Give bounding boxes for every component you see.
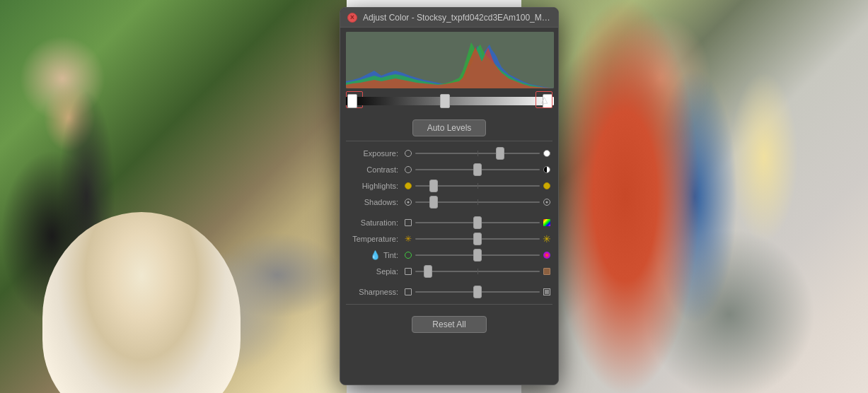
exposure-icon-right	[541, 148, 552, 159]
exposure-max-icon	[543, 150, 550, 157]
shadows-label: Shadows:	[346, 198, 403, 206]
levels-row: △ △	[340, 88, 558, 114]
sepia-label: Sepia:	[346, 267, 403, 276]
saturation-track[interactable]	[415, 222, 540, 223]
tint-label: 💧 Tint:	[346, 250, 403, 260]
exposure-thumb[interactable]	[496, 147, 504, 160]
close-button[interactable]	[347, 13, 357, 23]
contrast-icon-left	[403, 164, 414, 175]
saturation-icon-right	[541, 217, 552, 228]
shadows-thumb[interactable]	[429, 196, 438, 209]
sepia-thumb[interactable]	[424, 265, 432, 278]
temperature-thumb[interactable]	[473, 233, 482, 245]
sharpness-track-container[interactable]	[415, 287, 540, 297]
highlights-max-icon	[543, 182, 550, 189]
saturation-max-icon	[543, 219, 550, 226]
reset-all-button[interactable]: Reset All	[412, 316, 486, 333]
sharpness-icon-left	[403, 286, 414, 298]
shadows-track[interactable]	[415, 201, 540, 203]
tint-track[interactable]	[415, 254, 540, 256]
title-bar: Adjust Color - Stocksy_txpfd042cd3EAm100…	[340, 8, 558, 28]
temperature-icon-right: ✳	[541, 233, 552, 245]
level-highlight-icon: △	[541, 95, 548, 105]
highlights-icon-right	[541, 180, 552, 192]
shadows-max-icon	[543, 199, 550, 206]
sharpness-max-icon	[543, 288, 550, 295]
background-photo-left	[0, 0, 347, 393]
temperature-row: Temperature: ✳ ✳	[346, 231, 552, 247]
background-photo-right	[521, 0, 868, 393]
sliders-section: Exposure: Contrast:	[340, 146, 558, 300]
sepia-track[interactable]	[415, 271, 540, 272]
sharpness-min-icon	[405, 288, 412, 295]
saturation-min-icon	[405, 219, 412, 226]
level-box-right[interactable]: △	[536, 91, 552, 108]
temperature-icon-left: ✳	[403, 233, 414, 245]
reset-row: Reset All	[340, 309, 558, 339]
temperature-track-container[interactable]	[415, 234, 540, 244]
tint-thumb[interactable]	[473, 249, 482, 262]
tint-max-icon	[543, 252, 550, 259]
contrast-thumb[interactable]	[473, 163, 482, 176]
highlights-icon-left	[403, 180, 414, 192]
contrast-icon-right	[541, 164, 552, 175]
shadows-icon-left	[403, 196, 414, 208]
tint-row: 💧 Tint:	[346, 247, 552, 263]
contrast-row: Contrast:	[346, 162, 552, 177]
sepia-min-icon	[405, 268, 412, 275]
saturation-thumb[interactable]	[473, 216, 482, 229]
exposure-row: Exposure:	[346, 146, 552, 161]
tint-track-container[interactable]	[415, 250, 540, 260]
highlights-thumb[interactable]	[429, 180, 438, 192]
saturation-track-container[interactable]	[415, 218, 540, 228]
adjust-color-dialog: Adjust Color - Stocksy_txpfd042cd3EAm100…	[340, 7, 559, 385]
sepia-max-icon	[543, 268, 550, 275]
temperature-max-icon: ✳	[543, 233, 551, 245]
separator-2	[346, 304, 552, 305]
separator-1	[346, 141, 552, 141]
sharpness-track[interactable]	[415, 291, 540, 293]
contrast-max-icon	[543, 166, 550, 173]
exposure-min-icon	[405, 150, 412, 157]
exposure-track-container[interactable]	[415, 148, 540, 158]
saturation-icon-left	[403, 217, 414, 228]
level-handle-mid[interactable]	[440, 94, 450, 108]
saturation-label: Saturation:	[346, 218, 403, 227]
contrast-label: Contrast:	[346, 165, 403, 174]
highlights-track-container[interactable]	[415, 181, 540, 191]
tint-icon-right	[541, 250, 552, 261]
dialog-title: Adjust Color - Stocksy_txpfd042cd3EAm100…	[363, 13, 551, 23]
highlights-label: Highlights:	[346, 182, 403, 190]
sepia-icon-left	[403, 266, 414, 277]
contrast-min-icon	[405, 166, 412, 173]
exposure-track[interactable]	[415, 153, 540, 154]
sharpness-label: Sharpness:	[346, 288, 403, 296]
highlights-track[interactable]	[415, 185, 540, 187]
saturation-row: Saturation:	[346, 215, 552, 230]
temperature-min-icon: ✳	[405, 234, 412, 244]
shadows-icon-right	[541, 196, 552, 208]
highlights-min-icon	[405, 182, 412, 189]
auto-levels-button[interactable]: Auto Levels	[412, 119, 487, 136]
shadows-track-container[interactable]	[415, 197, 540, 207]
level-handle-shadow[interactable]	[347, 94, 357, 108]
sharpness-thumb[interactable]	[473, 286, 482, 298]
histogram-canvas	[346, 32, 554, 88]
highlights-row: Highlights:	[346, 178, 552, 194]
eyedropper-icon[interactable]: 💧	[370, 250, 381, 260]
level-track[interactable]	[346, 97, 554, 105]
contrast-track-container[interactable]	[415, 165, 540, 175]
temperature-track[interactable]	[415, 238, 540, 240]
histogram-container	[340, 28, 558, 88]
exposure-icon-left	[403, 148, 414, 159]
shadows-min-icon	[405, 199, 412, 206]
auto-levels-row: Auto Levels	[340, 114, 558, 141]
tint-min-icon	[405, 252, 412, 259]
contrast-track[interactable]	[415, 169, 540, 170]
sharpness-icon-right	[541, 286, 552, 298]
sharpness-row: Sharpness:	[346, 284, 552, 300]
sepia-row: Sepia:	[346, 264, 552, 279]
shadows-row: Shadows:	[346, 194, 552, 210]
histogram-svg	[346, 32, 554, 88]
sepia-track-container[interactable]	[415, 266, 540, 276]
